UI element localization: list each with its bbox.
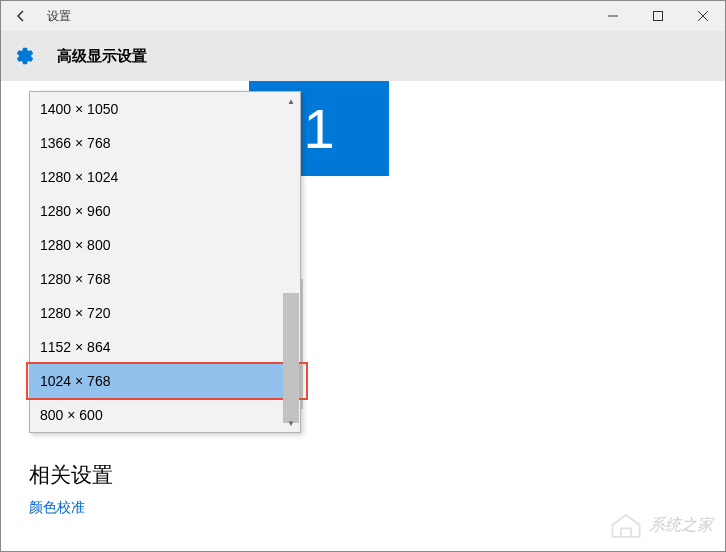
titlebar: 设置 [1, 1, 725, 31]
resolution-dropdown: 1400 × 10501366 × 7681280 × 10241280 × 9… [29, 91, 301, 433]
close-icon [698, 11, 708, 21]
maximize-icon [653, 11, 663, 21]
page-title: 高级显示设置 [57, 47, 147, 66]
highlight-annotation [26, 362, 308, 400]
minimize-icon [608, 11, 618, 21]
gear-icon [15, 46, 35, 66]
header: 高级显示设置 [1, 31, 725, 81]
color-calibration-link[interactable]: 颜色校准 [29, 499, 85, 517]
window-title: 设置 [47, 8, 71, 25]
resolution-option[interactable]: 1280 × 960 [30, 194, 300, 228]
window-controls [590, 1, 725, 31]
dropdown-scrollbar[interactable]: ▲ ▼ [283, 93, 299, 431]
scroll-down-icon[interactable]: ▼ [283, 415, 299, 431]
resolution-option[interactable]: 1280 × 768 [30, 262, 300, 296]
related-settings-heading: 相关设置 [29, 461, 113, 489]
scroll-thumb[interactable] [283, 293, 299, 423]
close-button[interactable] [680, 1, 725, 31]
resolution-option[interactable]: 1366 × 768 [30, 126, 300, 160]
watermark-icon [609, 511, 643, 539]
back-button[interactable] [9, 4, 33, 28]
resolution-option[interactable]: 1152 × 864 [30, 330, 300, 364]
minimize-button[interactable] [590, 1, 635, 31]
resolution-option[interactable]: 1280 × 1024 [30, 160, 300, 194]
resolution-option[interactable]: 1280 × 720 [30, 296, 300, 330]
monitor-number: 1 [303, 96, 334, 161]
content-area: 1 1400 × 10501366 × 7681280 × 10241280 ×… [1, 81, 725, 551]
resolution-option[interactable]: 1280 × 800 [30, 228, 300, 262]
resolution-option[interactable]: 800 × 600 [30, 398, 300, 432]
arrow-left-icon [14, 9, 28, 23]
resolution-option[interactable]: 1024 × 768 [30, 364, 300, 398]
watermark-text: 系统之家 [649, 515, 713, 536]
scroll-up-icon[interactable]: ▲ [283, 93, 299, 109]
resolution-option[interactable]: 1400 × 1050 [30, 92, 300, 126]
maximize-button[interactable] [635, 1, 680, 31]
svg-rect-1 [653, 12, 662, 21]
watermark: 系统之家 [609, 511, 713, 539]
